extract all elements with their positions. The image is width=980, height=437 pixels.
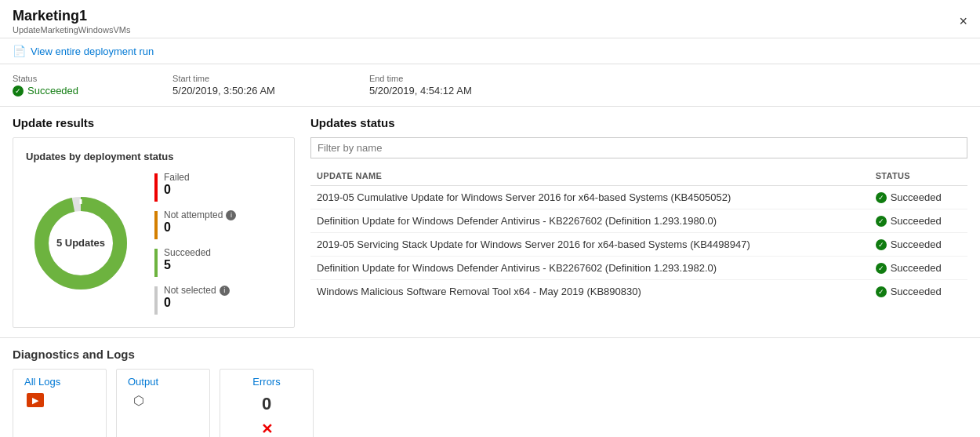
table-row: Definition Update for Windows Defender A… [310,209,967,233]
right-panel: Updates status UPDATE NAME STATUS 2019-0… [310,116,967,328]
status-cell: ✓ Succeeded [869,186,967,209]
output-label[interactable]: Output [128,376,158,388]
success-icon: ✓ [876,286,887,297]
legend-not-attempted: Not attempted i 0 [154,209,236,239]
start-time-value: 5/20/2019, 3:50:26 AM [172,85,275,97]
failed-bar [154,173,158,202]
not-attempted-info-icon[interactable]: i [226,210,236,220]
filter-input[interactable] [310,137,967,158]
not-selected-info-icon[interactable]: i [220,286,230,296]
output-card[interactable]: Output ⬡ [116,369,210,437]
all-logs-card[interactable]: All Logs ▶ [13,369,107,437]
end-time-value: 5/20/2019, 4:54:12 AM [369,85,472,97]
not-selected-count: 0 [164,296,230,310]
document-icon: 📄 [13,45,26,57]
table-header-row: UPDATE NAME STATUS [310,166,967,186]
error-x-icon: ✕ [261,421,273,437]
not-attempted-count: 0 [164,220,236,235]
status-value-text: Succeeded [891,286,942,297]
not-attempted-label: Not attempted i [164,209,236,220]
table-row: 2019-05 Servicing Stack Update for Windo… [310,233,967,257]
succeeded-count: 5 [164,258,211,272]
diag-cards: All Logs ▶ Output ⬡ Errors 0 ✕ [13,369,967,437]
legend-not-selected-text: Not selected i 0 [164,285,230,310]
col-status: STATUS [869,166,967,186]
failed-count: 0 [164,183,190,197]
left-panel: Update results Updates by deployment sta… [13,116,295,328]
status-row: Status ✓ Succeeded Start time 5/20/2019,… [0,64,980,107]
update-name-cell: 2019-05 Servicing Stack Update for Windo… [310,233,869,257]
main-content: Update results Updates by deployment sta… [0,107,980,337]
col-update-name: UPDATE NAME [310,166,869,186]
errors-card[interactable]: Errors 0 ✕ [220,369,314,437]
status-cell: ✓ Succeeded [869,233,967,257]
succeeded-icon: ✓ [13,86,24,97]
status-text: Succeeded [27,85,78,97]
legend-not-selected: Not selected i 0 [154,285,236,315]
window-title: Marketing1 [13,8,130,24]
update-results-title: Update results [13,116,295,129]
legend-failed-text: Failed 0 [164,172,190,197]
all-logs-icon: ▶ [24,392,46,408]
failed-label: Failed [164,172,190,183]
update-name-cell: 2019-05 Cumulative Update for Windows Se… [310,186,869,209]
view-deployment-link[interactable]: 📄 View entire deployment run [13,45,154,57]
status-value-text: Succeeded [891,262,942,274]
errors-label[interactable]: Errors [252,376,280,388]
legend: Failed 0 Not attempted i 0 [154,172,236,315]
end-time-item: End time 5/20/2019, 4:54:12 AM [369,74,472,97]
status-cell: ✓ Succeeded [869,209,967,233]
status-item: Status ✓ Succeeded [13,74,78,97]
table-row: Definition Update for Windows Defender A… [310,257,967,280]
status-cell: ✓ Succeeded [869,280,967,304]
success-icon: ✓ [876,216,887,227]
status-value-text: Succeeded [891,215,942,227]
status-label: Status [13,74,78,83]
end-time-label: End time [369,74,472,83]
title-bar-left: Marketing1 UpdateMarketingWindowsVMs [13,8,130,35]
all-logs-label[interactable]: All Logs [24,376,60,388]
legend-succeeded-text: Succeeded 5 [164,247,211,272]
success-icon: ✓ [876,239,887,250]
legend-failed: Failed 0 [154,172,236,202]
donut-chart: 5 Updates [26,188,136,298]
not-selected-label: Not selected i [164,285,230,296]
updates-status-title: Updates status [310,116,967,129]
success-icon: ✓ [876,192,887,203]
legend-succeeded: Succeeded 5 [154,247,236,277]
diagnostics-title: Diagnostics and Logs [13,348,967,361]
table-row: 2019-05 Cumulative Update for Windows Se… [310,186,967,209]
chart-title: Updates by deployment status [26,151,281,162]
title-bar: Marketing1 UpdateMarketingWindowsVMs × [0,0,980,38]
updates-table: UPDATE NAME STATUS 2019-05 Cumulative Up… [310,166,967,303]
window-subtitle: UpdateMarketingWindowsVMs [13,25,130,35]
update-name-cell: Windows Malicious Software Removal Tool … [310,280,869,304]
succeeded-label: Succeeded [164,247,211,258]
status-value-text: Succeeded [891,191,942,203]
update-name-cell: Definition Update for Windows Defender A… [310,257,869,280]
not-attempted-bar [154,211,158,239]
legend-not-attempted-text: Not attempted i 0 [164,209,236,235]
status-cell: ✓ Succeeded [869,257,967,280]
diagnostics-section: Diagnostics and Logs All Logs ▶ Output ⬡… [0,337,980,437]
success-icon: ✓ [876,263,887,274]
status-value: ✓ Succeeded [13,85,78,97]
chart-box: Updates by deployment status 5 Updates [13,137,295,328]
link-bar: 📄 View entire deployment run [0,38,980,64]
chart-content: 5 Updates Failed 0 Not [26,172,281,315]
close-button[interactable]: × [959,13,967,30]
start-time-label: Start time [172,74,275,83]
output-icon: ⬡ [128,392,150,408]
update-name-cell: Definition Update for Windows Defender A… [310,209,869,233]
start-time-item: Start time 5/20/2019, 3:50:26 AM [172,74,275,97]
status-value-text: Succeeded [891,239,942,250]
table-row: Windows Malicious Software Removal Tool … [310,280,967,304]
succeeded-bar [154,249,158,277]
orange-square-icon: ▶ [27,393,44,407]
error-count: 0 [262,394,271,414]
not-selected-bar [154,286,158,315]
donut-label: 5 Updates [56,237,105,250]
